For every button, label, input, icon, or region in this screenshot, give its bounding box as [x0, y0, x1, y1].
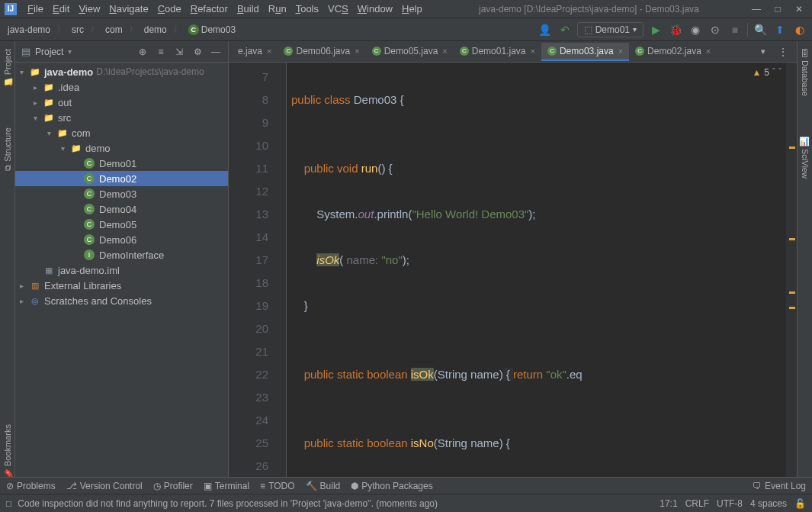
coverage-button[interactable]: ◉ [688, 22, 703, 37]
tool-profiler[interactable]: ◷Profiler [153, 481, 193, 491]
update-button[interactable]: ⬆ [772, 22, 788, 37]
crumb-demo[interactable]: demo [141, 23, 170, 37]
tool-structure[interactable]: ⧉Structure [2, 123, 14, 175]
close-icon[interactable]: × [442, 47, 447, 56]
tree-class[interactable]: CDemo04 [15, 201, 228, 217]
tab[interactable]: CDemo03.java× [541, 43, 629, 61]
tool-build[interactable]: 🔨Build [306, 481, 341, 491]
tree-com[interactable]: ▾📁com [15, 125, 228, 140]
status-message: Code inspection did not find anything to… [18, 498, 438, 509]
debug-button[interactable]: 🐞 [668, 22, 683, 37]
tree-src[interactable]: ▾📁src [15, 110, 228, 125]
tool-database[interactable]: 🗄Database [799, 44, 811, 101]
error-stripe[interactable] [786, 63, 797, 491]
tree-external-libs[interactable]: ▸▥External Libraries [15, 278, 228, 293]
tree-class[interactable]: CDemo01 [15, 156, 228, 171]
tab[interactable]: CDemo05.java× [366, 43, 454, 61]
indent-setting[interactable]: 4 spaces [750, 498, 787, 509]
inspection-widget[interactable]: ▲ 5 ˆ ˇ [752, 67, 782, 78]
stop-button[interactable]: ■ [727, 22, 743, 37]
code-editor[interactable]: 789101112131417181920212223242526 public… [229, 63, 797, 491]
menu-refactor[interactable]: Refactor [186, 2, 233, 16]
line-numbers: 789101112131417181920212223242526 [229, 63, 274, 491]
tree-class[interactable]: CDemo03 [15, 186, 228, 201]
menu-run[interactable]: Run [264, 2, 291, 16]
settings-icon[interactable]: ⚙ [191, 46, 204, 58]
tab[interactable]: e.java× [232, 43, 278, 61]
close-icon[interactable]: × [355, 47, 359, 56]
tool-todo[interactable]: ≡TODO [260, 481, 294, 491]
tree-class[interactable]: CDemo05 [15, 217, 228, 232]
tree-demo[interactable]: ▾📁demo [15, 140, 228, 156]
tree-scratches[interactable]: ▸◎Scratches and Consoles [15, 293, 228, 308]
event-log[interactable]: 🗨Event Log [753, 481, 806, 491]
tool-project[interactable]: 📁Project [1, 44, 14, 92]
tool-problems[interactable]: ⊘Problems [6, 481, 56, 491]
caret-position[interactable]: 17:1 [660, 498, 677, 509]
menu-build[interactable]: Build [233, 2, 264, 16]
tool-bookmarks[interactable]: 🔖Bookmarks [1, 420, 14, 484]
project-panel-title: Project [35, 47, 63, 57]
select-opened-icon[interactable]: ⊕ [136, 46, 149, 58]
menu-file[interactable]: File [23, 2, 48, 16]
menu-navigate[interactable]: Navigate [104, 2, 152, 16]
run-button[interactable]: ▶ [648, 22, 663, 37]
menu-code[interactable]: Code [153, 2, 186, 16]
build-back-icon[interactable]: ↶ [557, 22, 573, 37]
window-title: java-demo [D:\IdeaProjects\java-demo] - … [427, 4, 751, 14]
hide-panel-icon[interactable]: — [210, 46, 222, 58]
tree-class[interactable]: CDemo02 [15, 171, 228, 186]
expand-all-icon[interactable]: ≡ [155, 46, 167, 58]
tab[interactable]: CDemo01.java× [454, 43, 541, 61]
menu-tools[interactable]: Tools [291, 2, 323, 16]
tool-python[interactable]: ⬢Python Packages [351, 481, 432, 491]
close-icon[interactable]: × [618, 47, 623, 56]
close-icon[interactable]: × [267, 47, 271, 56]
tabs-more-icon[interactable]: ⋮ [775, 44, 791, 60]
tree-out[interactable]: ▸📁out [15, 95, 228, 110]
minimize-button[interactable]: — [751, 4, 762, 14]
tree-class[interactable]: CDemo06 [15, 232, 228, 247]
crumb-project[interactable]: java-demo [5, 23, 53, 37]
menu-view[interactable]: View [74, 2, 104, 16]
crumb-src[interactable]: src [69, 23, 87, 37]
editor-tabs: e.java× CDemo06.java× CDemo05.java× CDem… [229, 41, 797, 63]
menu-window[interactable]: Window [353, 2, 397, 16]
tab[interactable]: CDemo02.java× [629, 43, 717, 61]
close-icon[interactable]: × [531, 47, 535, 56]
close-icon[interactable]: × [706, 47, 711, 56]
app-icon: IJ [5, 3, 17, 15]
fold-gutter[interactable] [274, 63, 287, 491]
tab[interactable]: CDemo06.java× [278, 43, 365, 61]
tree-interface[interactable]: IDemoInterface [15, 247, 228, 262]
profile-button[interactable]: ⊙ [708, 22, 723, 37]
collapse-all-icon[interactable]: ⇲ [173, 46, 185, 58]
tree-idea[interactable]: ▸📁.idea [15, 79, 228, 95]
project-tree: ▾📁 java-demo D:\IdeaProjects\java-demo ▸… [15, 63, 228, 491]
ide-settings-icon[interactable]: ◐ [792, 22, 807, 37]
line-separator[interactable]: CRLF [685, 498, 709, 509]
tabs-dropdown-icon[interactable]: ▾ [756, 44, 771, 60]
search-icon[interactable]: 🔍 [753, 22, 768, 37]
file-encoding[interactable]: UTF-8 [717, 498, 743, 509]
menu-help[interactable]: Help [397, 2, 427, 16]
hide-tool-windows-icon[interactable]: □ [6, 498, 11, 509]
tree-iml[interactable]: ▦java-demo.iml [15, 262, 228, 278]
menu-edit[interactable]: Edit [48, 2, 74, 16]
maximize-button[interactable]: □ [772, 4, 783, 14]
warning-icon: ▲ [752, 67, 761, 78]
menu-vcs[interactable]: VCS [323, 2, 353, 16]
tool-sciview[interactable]: 📊SciView [798, 131, 811, 183]
tool-vcs[interactable]: ⎇Version Control [66, 481, 143, 491]
tool-terminal[interactable]: ▣Terminal [204, 481, 249, 491]
add-user-icon[interactable]: 👤 [538, 22, 553, 37]
tree-root[interactable]: ▾📁 java-demo D:\IdeaProjects\java-demo [15, 64, 228, 79]
close-button[interactable]: ✕ [794, 4, 804, 14]
crumb-class[interactable]: CDemo03 [185, 23, 239, 37]
crumb-com[interactable]: com [102, 23, 126, 37]
readonly-icon[interactable]: 🔓 [794, 498, 806, 509]
breadcrumb: java-demo〉 src〉 com〉 demo〉 CDemo03 [5, 23, 239, 37]
run-config-selector[interactable]: ⬚ Demo01 ▾ [577, 22, 644, 37]
